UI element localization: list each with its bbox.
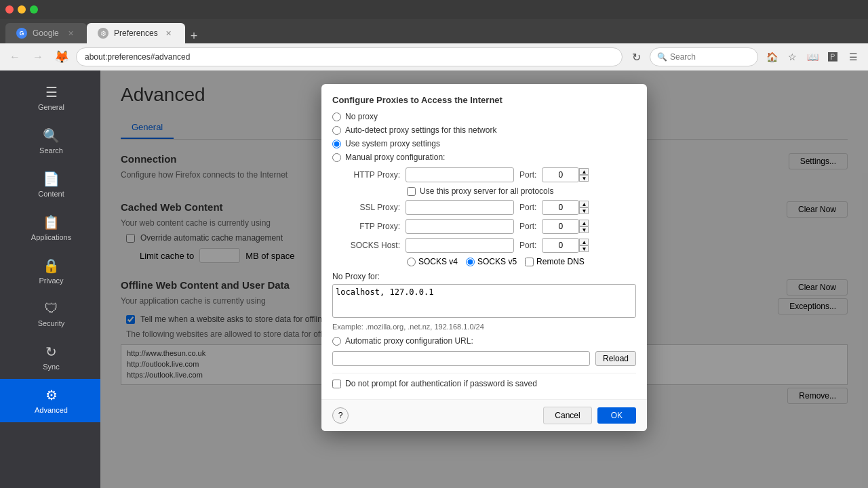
proxy-fields: HTTP Proxy: Port: ▲ ▼ <box>346 167 636 266</box>
no-proxy-label: No proxy <box>345 112 378 121</box>
close-preferences-tab[interactable]: ✕ <box>163 28 174 39</box>
no-proxy-textarea[interactable]: localhost, 127.0.0.1 <box>332 284 636 318</box>
back-button[interactable]: ← <box>5 47 24 66</box>
forward-button[interactable]: → <box>28 47 47 66</box>
minimize-window-button[interactable] <box>18 5 26 14</box>
ssl-proxy-input[interactable] <box>406 200 514 215</box>
traffic-lights <box>5 5 38 14</box>
help-button[interactable]: ? <box>332 407 349 424</box>
ftp-port-input[interactable] <box>542 219 579 234</box>
search-input[interactable] <box>670 52 738 62</box>
tab-preferences[interactable]: ⚙ Preferences ✕ <box>87 23 185 43</box>
close-google-tab[interactable]: ✕ <box>65 28 76 39</box>
socks5-label: SOCKS v5 <box>477 257 517 266</box>
search-box: 🔍 <box>650 47 758 66</box>
http-port-input[interactable] <box>542 167 579 182</box>
http-port-field: ▲ ▼ <box>542 167 589 182</box>
sidebar-label-general: General <box>38 103 64 111</box>
sidebar-label-privacy: Privacy <box>39 277 63 285</box>
no-proxy-radio[interactable] <box>332 113 341 121</box>
reload-button[interactable]: Reload <box>595 351 636 366</box>
google-favicon: G <box>16 28 27 39</box>
ftp-proxy-row: FTP Proxy: Port: ▲ ▼ <box>346 219 636 234</box>
use-for-all-checkbox[interactable] <box>407 187 416 196</box>
search-icon: 🔍 <box>43 127 60 144</box>
remote-dns-label: Remote DNS <box>536 257 585 266</box>
socks-port-down[interactable]: ▼ <box>579 245 589 252</box>
no-prompt-checkbox[interactable] <box>332 380 341 388</box>
ssl-proxy-label: SSL Proxy: <box>346 203 400 212</box>
maximize-window-button[interactable] <box>30 5 38 14</box>
ok-button[interactable]: OK <box>597 407 636 424</box>
star-icon[interactable]: ☆ <box>783 47 802 66</box>
sidebar-item-advanced[interactable]: ⚙ Advanced <box>0 379 100 422</box>
sidebar-item-general[interactable]: ☰ General <box>0 76 100 119</box>
ssl-port-label: Port: <box>519 203 536 212</box>
auto-detect-radio[interactable] <box>332 126 341 135</box>
http-proxy-label: HTTP Proxy: <box>346 170 400 180</box>
main-layout: ☰ General 🔍 Search 📄 Content 📋 Applicati… <box>0 70 868 488</box>
manual-proxy-radio[interactable] <box>332 153 341 162</box>
sidebar-item-search[interactable]: 🔍 Search <box>0 119 100 163</box>
socks4-label: SOCKS v4 <box>418 257 458 266</box>
ssl-port-up[interactable]: ▲ <box>579 201 589 207</box>
remote-dns-checkbox[interactable] <box>525 258 534 266</box>
sidebar-item-applications[interactable]: 📋 Applications <box>0 206 100 249</box>
no-proxy-option: No proxy <box>332 112 636 121</box>
ftp-proxy-label: FTP Proxy: <box>346 222 400 231</box>
dialog-body: Configure Proxies to Access the Internet… <box>321 84 647 399</box>
ftp-port-up[interactable]: ▲ <box>579 220 589 226</box>
ftp-proxy-input[interactable] <box>406 219 514 234</box>
socks-proxy-input[interactable] <box>406 238 514 253</box>
http-port-spinner: ▲ ▼ <box>579 168 589 182</box>
search-icon: 🔍 <box>657 52 667 62</box>
close-window-button[interactable] <box>5 5 14 14</box>
menu-icon[interactable]: ☰ <box>844 47 863 66</box>
sidebar-item-sync[interactable]: ↻ Sync <box>0 336 100 379</box>
socks4-option: SOCKS v4 <box>407 257 458 266</box>
dialog-title: Configure Proxies to Access the Internet <box>332 95 636 105</box>
privacy-icon: 🔒 <box>43 258 60 274</box>
no-prompt-label: Do not prompt for authentication if pass… <box>345 379 537 388</box>
ssl-port-down[interactable]: ▼ <box>579 207 589 214</box>
title-bar <box>0 0 868 19</box>
socks-proxy-row: SOCKS Host: Port: ▲ ▼ <box>346 238 636 253</box>
system-proxy-option: Use system proxy settings <box>332 139 636 148</box>
preferences-favicon: ⚙ <box>98 28 108 39</box>
sidebar-item-security[interactable]: 🛡 Security <box>0 293 100 336</box>
http-proxy-input[interactable] <box>406 167 514 182</box>
socks4-radio[interactable] <box>407 258 416 266</box>
sidebar-item-privacy[interactable]: 🔒 Privacy <box>0 249 100 293</box>
bookmark-icon[interactable]: 📖 <box>803 47 822 66</box>
ftp-port-down[interactable]: ▼ <box>579 226 589 233</box>
firefox-icon: 🦊 <box>54 49 69 64</box>
socks-port-input[interactable] <box>542 238 579 253</box>
system-proxy-radio[interactable] <box>332 140 341 148</box>
no-proxy-for-label: No Proxy for: <box>332 272 636 281</box>
auto-proxy-section: Automatic proxy configuration URL: <box>332 336 636 346</box>
manual-proxy-label: Manual proxy configuration: <box>345 152 445 162</box>
applications-icon: 📋 <box>43 214 60 230</box>
auto-proxy-radio[interactable] <box>332 337 341 346</box>
http-port-down[interactable]: ▼ <box>579 175 589 182</box>
tab-google-label: Google <box>33 28 59 38</box>
pocket-icon[interactable]: 🅿 <box>823 47 842 66</box>
ssl-proxy-row: SSL Proxy: Port: ▲ ▼ <box>346 200 636 215</box>
new-tab-button[interactable]: + <box>185 29 203 43</box>
sidebar-item-content[interactable]: 📄 Content <box>0 163 100 206</box>
browser-chrome: G Google ✕ ⚙ Preferences ✕ + ← → 🦊 about… <box>0 0 868 70</box>
http-port-up[interactable]: ▲ <box>579 168 589 175</box>
sync-icon: ↻ <box>45 344 57 360</box>
auto-proxy-input[interactable] <box>332 351 590 366</box>
url-bar[interactable]: about:preferences#advanced <box>76 47 623 66</box>
ssl-port-input[interactable] <box>542 200 579 215</box>
socks5-radio[interactable] <box>466 258 475 266</box>
reload-button[interactable]: ↻ <box>627 47 646 66</box>
socks-port-up[interactable]: ▲ <box>579 239 589 245</box>
auto-detect-option: Auto-detect proxy settings for this netw… <box>332 125 636 135</box>
sidebar-label-security: Security <box>38 319 65 327</box>
home-icon[interactable]: 🏠 <box>762 47 781 66</box>
http-port-label: Port: <box>519 170 536 180</box>
cancel-button[interactable]: Cancel <box>543 407 591 424</box>
tab-google[interactable]: G Google ✕ <box>5 23 87 43</box>
